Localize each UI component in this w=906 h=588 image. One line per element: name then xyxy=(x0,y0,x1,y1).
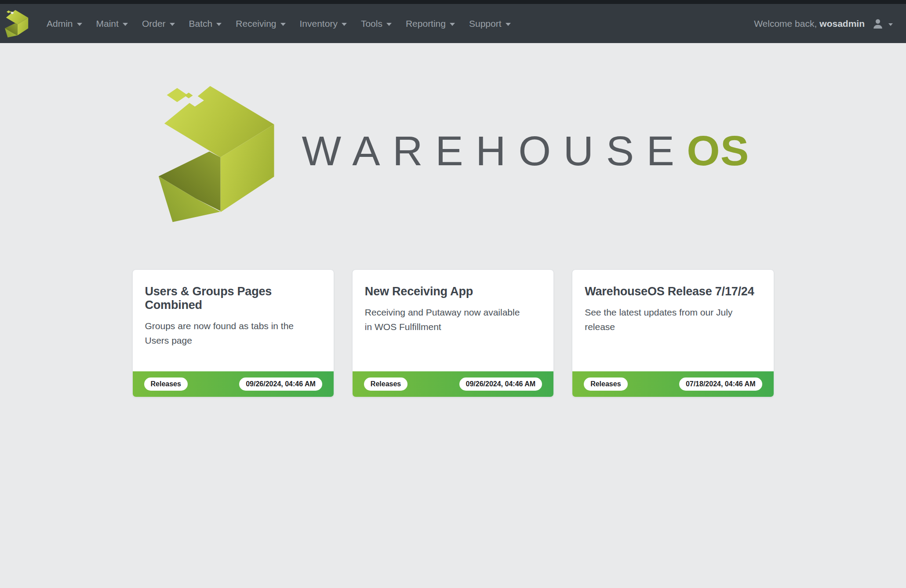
nav-menu-item-label: Order xyxy=(142,18,166,29)
date-badge: 07/18/2024, 04:46 AM xyxy=(679,377,762,391)
user-menu[interactable] xyxy=(872,18,893,30)
chevron-down-icon xyxy=(170,23,175,26)
chevron-down-icon xyxy=(342,23,347,26)
category-badge: Releases xyxy=(584,377,627,391)
card-footer: Releases 07/18/2024, 04:46 AM xyxy=(572,371,773,397)
brand-wordmark-accent: OS xyxy=(687,126,749,175)
user-icon xyxy=(872,18,884,30)
navbar-home-logo[interactable] xyxy=(4,9,29,38)
chevron-down-icon xyxy=(450,23,455,26)
news-cards: Users & Groups Pages Combined Groups are… xyxy=(132,269,774,397)
date-badge: 09/26/2024, 04:46 AM xyxy=(239,377,322,391)
news-card[interactable]: Users & Groups Pages Combined Groups are… xyxy=(132,269,334,397)
nav-menu-item[interactable]: Inventory xyxy=(293,4,354,43)
card-description: Groups are now found as tabs in the User… xyxy=(145,319,309,348)
category-badge: Releases xyxy=(144,377,188,391)
nav-menu-item[interactable]: Reporting xyxy=(399,4,462,43)
username: wosadmin xyxy=(819,18,865,29)
navbar: Admin Maint Order Batch Receiving Invent… xyxy=(0,4,906,43)
nav-menu-item[interactable]: Order xyxy=(135,4,182,43)
warehouseos-cube-icon xyxy=(4,9,29,38)
news-card[interactable]: New Receiving App Receiving and Putaway … xyxy=(352,269,554,397)
nav-menu-item[interactable]: Support xyxy=(462,4,518,43)
chevron-down-icon xyxy=(216,23,222,26)
nav-menu-item[interactable]: Batch xyxy=(182,4,229,43)
chevron-down-icon xyxy=(506,23,511,26)
nav-menu-item[interactable]: Maint xyxy=(89,4,135,43)
welcome-prefix: Welcome back, xyxy=(754,18,817,29)
nav-menu-item-label: Admin xyxy=(47,18,73,29)
brand-wordmark: WAREHOUSEOS xyxy=(302,126,750,175)
card-title: WarehouseOS Release 7/17/24 xyxy=(585,285,761,298)
chevron-down-icon xyxy=(888,23,893,26)
brand-wordmark-main: WAREHOUSE xyxy=(302,127,687,175)
window-top-strip xyxy=(0,0,906,4)
card-footer: Releases 09/26/2024, 04:46 AM xyxy=(353,371,553,397)
card-body: New Receiving App Receiving and Putaway … xyxy=(353,270,553,371)
nav-menu-item-label: Maint xyxy=(96,18,119,29)
chevron-down-icon xyxy=(77,23,82,26)
nav-menu-item-label: Tools xyxy=(361,18,382,29)
nav-menu-item-label: Receiving xyxy=(236,18,276,29)
date-badge: 09/26/2024, 04:46 AM xyxy=(459,377,542,391)
chevron-down-icon xyxy=(280,23,286,26)
nav-menu-item-label: Inventory xyxy=(300,18,338,29)
nav-menu-item-label: Batch xyxy=(189,18,213,29)
card-description: See the latest updates from our July rel… xyxy=(585,305,748,334)
navbar-right: Welcome back,wosadmin xyxy=(754,18,893,30)
news-card[interactable]: WarehouseOS Release 7/17/24 See the late… xyxy=(572,269,774,397)
card-footer: Releases 09/26/2024, 04:46 AM xyxy=(133,371,334,397)
hero-brand: WAREHOUSEOS xyxy=(0,81,906,227)
category-badge: Releases xyxy=(364,377,408,391)
nav-menu-item-label: Reporting xyxy=(406,18,446,29)
card-title: Users & Groups Pages Combined xyxy=(145,285,321,312)
card-description: Receiving and Putaway now available in W… xyxy=(365,305,528,334)
card-body: WarehouseOS Release 7/17/24 See the late… xyxy=(572,270,773,371)
warehouseos-cube-logo-large xyxy=(157,81,277,227)
main-content: WAREHOUSEOS Users & Groups Pages Combine… xyxy=(0,81,906,397)
nav-menu-item[interactable]: Tools xyxy=(354,4,399,43)
nav-menu-item-label: Support xyxy=(469,18,502,29)
welcome-text: Welcome back,wosadmin xyxy=(754,18,865,29)
nav-menu: Admin Maint Order Batch Receiving Invent… xyxy=(40,4,518,43)
card-body: Users & Groups Pages Combined Groups are… xyxy=(133,270,334,371)
chevron-down-icon xyxy=(386,23,392,26)
nav-menu-item[interactable]: Admin xyxy=(40,4,89,43)
chevron-down-icon xyxy=(123,23,128,26)
nav-menu-item[interactable]: Receiving xyxy=(229,4,292,43)
card-title: New Receiving App xyxy=(365,285,541,298)
